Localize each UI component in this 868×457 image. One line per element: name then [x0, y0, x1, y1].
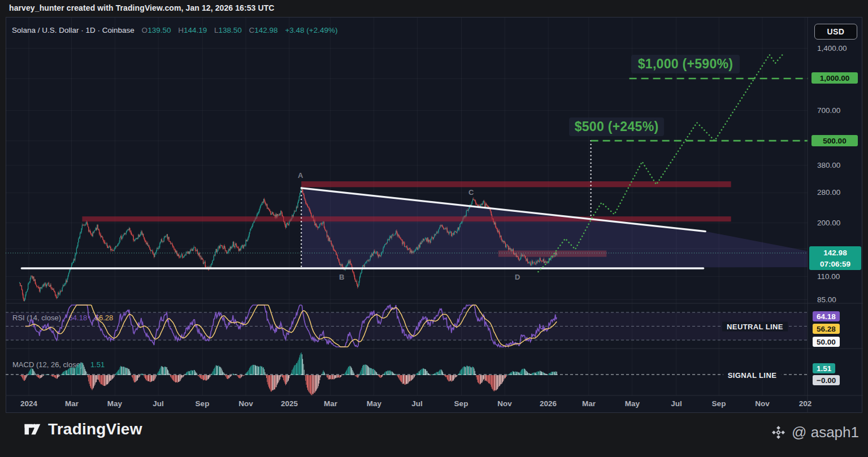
macd-hist-grow-below — [25, 375, 507, 394]
tradingview-snapshot: harvey_hunter created with TradingView.c… — [0, 0, 868, 457]
resistance-band[interactable] — [301, 181, 731, 187]
attribution-text: harvey_hunter created with TradingView.c… — [9, 3, 275, 12]
macd-hist-grow-above — [28, 352, 555, 375]
resistance-band[interactable] — [82, 216, 731, 221]
chart-canvas[interactable] — [0, 0, 868, 457]
macd-hist-fall-above — [20, 354, 557, 375]
attribution-bar: harvey_hunter created with TradingView.c… — [0, 0, 868, 17]
